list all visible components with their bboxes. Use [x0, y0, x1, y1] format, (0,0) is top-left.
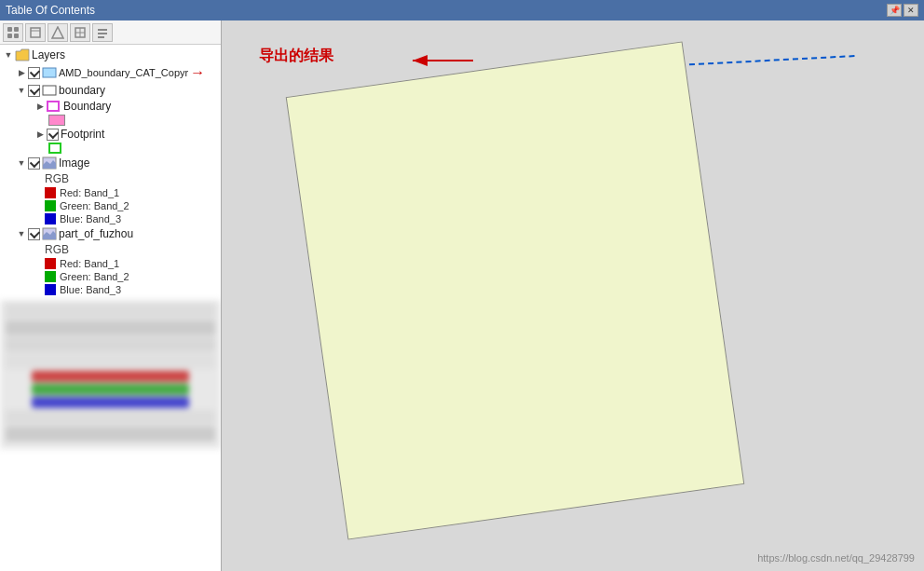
amd-expand-icon[interactable]: ▶ [15, 66, 28, 79]
layer-image[interactable]: ▼ Image [0, 155, 221, 171]
annotation-text: 导出的结果 [259, 47, 333, 66]
footprint-label: Footprint [61, 128, 104, 141]
svg-marker-6 [52, 27, 63, 38]
boundary-child-row[interactable]: ▶ Boundary [0, 99, 221, 114]
title-bar: Table Of Contents 📌 ✕ [0, 0, 924, 20]
layer-amd-boundary[interactable]: ▶ AMD_boundary_CAT_Copyr → [0, 63, 221, 82]
fuzhou-band-red: Red: Band_1 [0, 257, 221, 270]
layers-expand-icon[interactable]: ▼ [2, 48, 15, 61]
fuzhou-rgb-label: RGB [45, 243, 69, 256]
image-checkbox[interactable] [28, 157, 40, 170]
blurred-content [0, 300, 221, 449]
amd-layer-icon [42, 65, 57, 80]
layer-fuzhou[interactable]: ▼ part_of_fuzhou [0, 225, 221, 242]
fuzhou-layer-icon [42, 226, 57, 241]
layers-folder-icon [15, 48, 30, 62]
fuzhou-rgb-label-row: RGB [0, 242, 221, 257]
image-layer-icon [42, 156, 57, 170]
title-bar-title: Table Of Contents [6, 4, 95, 17]
map-layer-rect [286, 41, 745, 539]
fuzhou-checkbox[interactable] [28, 228, 40, 240]
fuzhou-label: part_of_fuzhou [59, 227, 133, 240]
footprint-row[interactable]: ▶ Footprint [0, 127, 221, 142]
boundary-swatch-row [0, 114, 221, 127]
map-canvas[interactable]: 导出的结果 https://blog.csdn.net/qq_29428799 [222, 20, 924, 571]
sidebar: ▼ Layers ▶ AMD_boundary_CAT_Copyr [0, 20, 222, 571]
fuzhou-red-label: Red: Band_1 [60, 258, 119, 269]
boundary-fill-swatch [48, 115, 65, 126]
image-band-blue: Blue: Band_3 [0, 212, 221, 225]
fuzhou-blue-label: Blue: Band_3 [60, 284, 121, 295]
amd-checkbox[interactable] [28, 67, 40, 79]
svg-rect-14 [43, 86, 56, 95]
annotation-arrow-icon: → [190, 64, 205, 81]
boundary-child-expand[interactable]: ▶ [34, 100, 47, 113]
image-rgb-label-row: RGB [0, 171, 221, 186]
svg-rect-13 [43, 68, 56, 77]
fuzhou-expand-icon[interactable]: ▼ [15, 227, 28, 240]
svg-rect-4 [31, 28, 40, 37]
fuzhou-blue-swatch [45, 284, 56, 295]
toolbar-btn-1[interactable] [3, 23, 23, 42]
layers-root[interactable]: ▼ Layers [0, 47, 221, 63]
svg-rect-1 [14, 27, 19, 32]
boundary-child-label: Boundary [63, 100, 111, 113]
image-red-swatch [45, 187, 56, 198]
footprint-expand[interactable]: ▶ [34, 128, 47, 141]
boundary-label: boundary [59, 84, 105, 97]
title-bar-left: Table Of Contents [6, 4, 95, 17]
watermark: https://blog.csdn.net/qq_29428799 [757, 552, 915, 564]
image-rgb-label: RGB [45, 172, 69, 185]
footprint-swatch [48, 143, 61, 154]
layer-boundary[interactable]: ▼ boundary [0, 82, 221, 99]
image-band-red: Red: Band_1 [0, 186, 221, 199]
main-area: ▼ Layers ▶ AMD_boundary_CAT_Copyr [0, 20, 924, 571]
annotation-container: 导出的结果 [259, 47, 333, 66]
toc-tree[interactable]: ▼ Layers ▶ AMD_boundary_CAT_Copyr [0, 45, 221, 571]
amd-label: AMD_boundary_CAT_Copyr [59, 67, 188, 78]
image-blue-label: Blue: Band_3 [60, 213, 121, 224]
image-green-swatch [45, 200, 56, 211]
footprint-swatch-row [0, 142, 221, 155]
toc-toolbar [0, 20, 221, 45]
boundary-layer-icon [42, 83, 57, 98]
fuzhou-band-green: Green: Band_2 [0, 270, 221, 283]
image-label: Image [59, 156, 89, 170]
close-button[interactable]: ✕ [904, 4, 918, 17]
svg-rect-2 [7, 34, 12, 38]
image-band-green: Green: Band_2 [0, 199, 221, 212]
toolbar-btn-3[interactable] [48, 23, 68, 42]
image-green-label: Green: Band_2 [60, 200, 129, 211]
fuzhou-green-label: Green: Band_2 [60, 271, 129, 282]
boundary-checkbox[interactable] [28, 85, 40, 97]
title-bar-buttons: 📌 ✕ [887, 4, 918, 17]
image-expand-icon[interactable]: ▼ [15, 156, 28, 170]
boundary-child-swatch [47, 101, 60, 112]
boundary-expand-icon[interactable]: ▼ [15, 84, 28, 97]
svg-rect-3 [14, 34, 19, 38]
image-blue-swatch [45, 213, 56, 224]
toolbar-btn-5[interactable] [92, 23, 113, 42]
toolbar-btn-2[interactable] [25, 23, 46, 42]
svg-rect-0 [7, 27, 12, 32]
image-red-label: Red: Band_1 [60, 187, 119, 198]
footprint-checkbox[interactable] [47, 129, 59, 141]
toolbar-btn-4[interactable] [70, 23, 90, 42]
fuzhou-red-swatch [45, 258, 56, 269]
layers-label: Layers [32, 48, 65, 61]
fuzhou-green-swatch [45, 271, 56, 282]
fuzhou-band-blue: Blue: Band_3 [0, 283, 221, 296]
pin-button[interactable]: 📌 [887, 4, 902, 17]
